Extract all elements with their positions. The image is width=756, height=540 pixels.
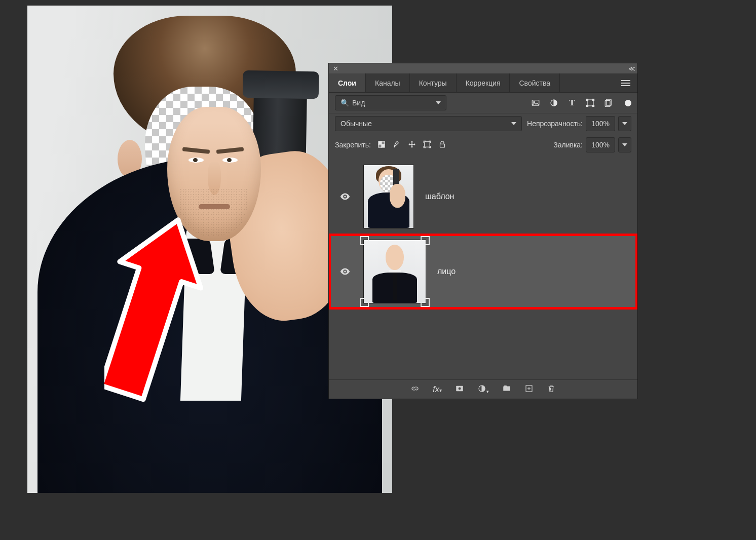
filter-smartobject-icon[interactable] <box>603 98 614 108</box>
blend-mode-value: Обычные <box>341 120 372 128</box>
visibility-toggle[interactable] <box>338 266 352 277</box>
tab-layers[interactable]: Слои <box>329 73 366 92</box>
collapse-icon[interactable]: ≪ <box>628 65 633 72</box>
fill-control[interactable]: Заливка: 100% <box>553 137 631 152</box>
tab-label: Каналы <box>375 79 400 87</box>
layer-filter-row: 🔍Вид T <box>329 93 637 113</box>
chevron-down-icon <box>622 122 627 125</box>
svg-point-19 <box>458 387 461 390</box>
search-icon: 🔍 <box>341 99 349 107</box>
layer-kind-dropdown[interactable]: 🔍Вид <box>335 95 446 110</box>
panel-footer: fx▾ ▾ <box>329 379 637 399</box>
svg-rect-14 <box>425 141 430 147</box>
new-layer-icon[interactable] <box>524 384 534 395</box>
opacity-value-box[interactable]: 100% <box>586 116 615 131</box>
layers-list: шаблон лицо <box>329 159 637 379</box>
lock-label: Закрепить: <box>335 141 371 149</box>
opacity-label: Непрозрачность: <box>527 120 583 128</box>
svg-rect-11 <box>382 144 385 147</box>
panel-titlebar[interactable]: ✕ ≪ <box>329 63 637 73</box>
hamburger-icon <box>621 83 630 84</box>
lock-fill-row: Закрепить: Заливка: 100% <box>329 134 637 156</box>
tab-paths[interactable]: Контуры <box>410 73 457 92</box>
tab-adjustments[interactable]: Коррекция <box>457 73 510 92</box>
filter-pixel-icon[interactable] <box>531 98 541 108</box>
filter-shape-icon[interactable] <box>585 98 595 108</box>
lock-position-icon[interactable] <box>407 140 417 150</box>
tab-label: Свойства <box>519 79 550 87</box>
svg-point-16 <box>344 196 346 198</box>
chevron-down-icon <box>511 122 516 125</box>
layer-effects-icon[interactable]: fx▾ <box>433 384 442 395</box>
filter-text-icon[interactable]: T <box>567 98 577 108</box>
illustration-face-overlay <box>167 107 261 241</box>
delete-layer-icon[interactable] <box>547 384 556 395</box>
tab-label: Коррекция <box>466 79 501 87</box>
dropdown-label: Вид <box>352 99 365 107</box>
layer-name[interactable]: лицо <box>437 267 456 276</box>
layers-panel: ✕ ≪ Слои Каналы Контуры Коррекция Свойст… <box>328 63 638 399</box>
group-layers-icon[interactable] <box>502 384 511 395</box>
svg-rect-12 <box>382 141 385 144</box>
lock-pixels-icon[interactable] <box>392 140 401 150</box>
chevron-down-icon <box>436 101 441 104</box>
svg-rect-6 <box>587 105 588 107</box>
svg-point-17 <box>344 271 346 273</box>
adjustment-layer-icon[interactable]: ▾ <box>477 384 489 395</box>
tab-properties[interactable]: Свойства <box>510 73 559 92</box>
svg-rect-4 <box>587 99 588 101</box>
tab-channels[interactable]: Каналы <box>366 73 410 92</box>
svg-rect-10 <box>379 141 382 144</box>
close-icon[interactable]: ✕ <box>333 65 338 72</box>
filter-icons: T <box>531 98 631 108</box>
lock-all-icon[interactable] <box>438 140 447 150</box>
panel-menu-button[interactable] <box>614 73 637 92</box>
blend-opacity-row: Обычные Непрозрачность: 100% <box>329 113 637 134</box>
opacity-value: 100% <box>591 120 610 128</box>
fill-value: 100% <box>591 141 610 149</box>
lock-transparent-icon[interactable] <box>377 140 386 150</box>
chevron-down-icon <box>622 143 627 146</box>
svg-rect-13 <box>379 144 382 147</box>
visibility-toggle[interactable] <box>338 191 352 202</box>
layer-row[interactable]: лицо <box>329 234 637 309</box>
add-mask-icon[interactable] <box>455 384 464 395</box>
fill-label: Заливка: <box>553 141 583 149</box>
svg-rect-5 <box>593 99 594 101</box>
svg-rect-15 <box>440 144 444 147</box>
link-layers-icon[interactable] <box>410 384 420 395</box>
layer-row[interactable]: шаблон <box>329 159 637 234</box>
layer-thumbnail[interactable] <box>363 165 414 228</box>
blend-mode-dropdown[interactable]: Обычные <box>335 116 522 131</box>
layer-thumbnail[interactable] <box>363 240 426 303</box>
layer-name[interactable]: шаблон <box>425 192 454 201</box>
tab-label: Контуры <box>419 79 447 87</box>
filter-adjustment-icon[interactable] <box>549 98 559 108</box>
panel-tabs: Слои Каналы Контуры Коррекция Свойства <box>329 73 637 93</box>
lock-artboard-icon[interactable] <box>423 140 432 150</box>
filter-toggle[interactable] <box>625 100 631 106</box>
opacity-stepper[interactable] <box>618 116 631 131</box>
fill-stepper[interactable] <box>618 137 631 152</box>
svg-rect-7 <box>593 105 594 107</box>
opacity-control[interactable]: Непрозрачность: 100% <box>527 116 631 131</box>
tab-label: Слои <box>338 79 356 87</box>
fill-value-box[interactable]: 100% <box>586 137 615 152</box>
